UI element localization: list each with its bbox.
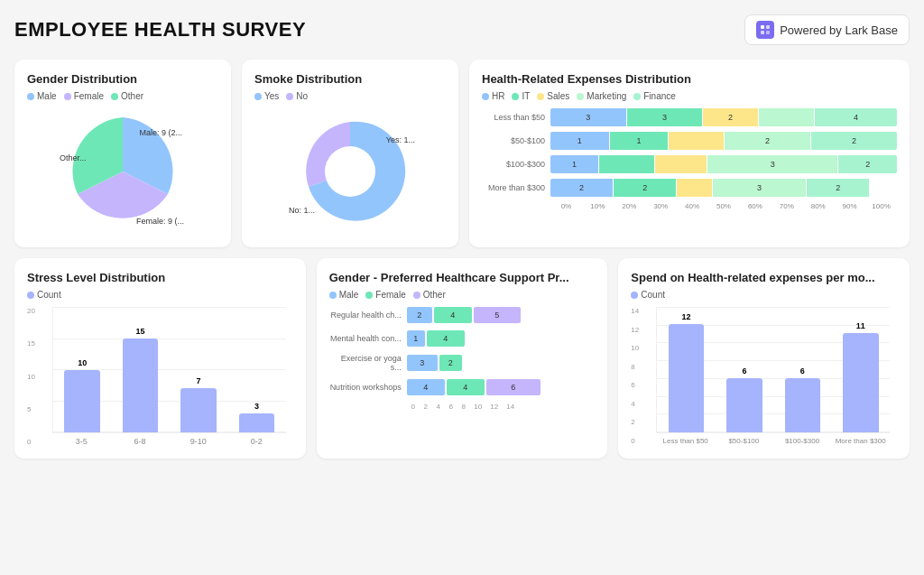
hbar-row-2: $50-$100 1 1 2 2 xyxy=(482,132,897,150)
hbar-seg-fin-2: 2 xyxy=(811,132,897,150)
stress-bar-910: 7 xyxy=(180,388,216,432)
stress-legend-dot xyxy=(27,292,34,299)
spend-bar-lt50: 12 xyxy=(669,324,704,432)
spend-legend-dot xyxy=(631,292,638,299)
spend-y-8: 8 xyxy=(631,363,639,371)
gh-legend-other: Other xyxy=(413,290,446,300)
svg-point-4 xyxy=(325,146,375,197)
spend-xlabel-100300: $100-$300 xyxy=(777,437,828,445)
hbar-stack-2: 1 1 2 2 xyxy=(550,132,897,150)
spend-bar-area: 12 6 6 xyxy=(656,307,890,433)
gender-chart-card: Gender Distribution Male Female Other xyxy=(14,60,231,247)
hbar-axis-70: 70% xyxy=(771,202,802,210)
legend-label-no: No xyxy=(296,91,308,101)
spend-y-10: 10 xyxy=(631,344,639,352)
hbar-row-3: $100-$300 1 3 2 xyxy=(482,155,897,173)
spend-chart-title: Spend on Health-related expenses per mo.… xyxy=(631,271,897,284)
hbar-axis-30: 30% xyxy=(645,202,677,210)
stress-bar-35: 10 xyxy=(64,370,99,433)
hbar-seg-hr-3: 1 xyxy=(550,155,598,173)
stress-xlabel-02: 0-2 xyxy=(231,437,282,446)
stress-bar-col-2: 15 xyxy=(115,307,165,432)
hbar-axis-20: 20% xyxy=(614,202,645,210)
hbar-seg-it-3 xyxy=(599,155,654,173)
stress-val-910: 7 xyxy=(197,376,201,385)
gh-row-label-2: Mental health con... xyxy=(329,334,402,343)
svg-rect-3 xyxy=(766,31,770,34)
hbar-axis-90: 90% xyxy=(834,202,865,210)
legend-female: Female xyxy=(64,91,104,101)
legend-other: Other xyxy=(111,91,143,101)
hbar-axis-60: 60% xyxy=(739,202,771,210)
gh-row-label-3: Exercise or yoga s... xyxy=(329,354,402,372)
legend-label-it: IT xyxy=(522,91,530,101)
stress-bar-col-1: 10 xyxy=(57,307,107,432)
gh-seg-other-1: 5 xyxy=(474,307,521,323)
spend-x-axis: Less than $50 $50-$100 $100-$300 More th… xyxy=(656,435,890,445)
gh-x-4: 4 xyxy=(432,403,445,411)
gender-legend: Male Female Other xyxy=(27,91,218,101)
legend-label-other: Other xyxy=(121,91,143,101)
legend-dot-no xyxy=(286,93,293,100)
legend-label-hr: HR xyxy=(492,91,504,101)
legend-it: IT xyxy=(512,91,530,101)
spend-xlabel-gt300: More than $300 xyxy=(835,437,886,445)
gh-segs-2: 1 4 xyxy=(407,330,465,347)
stress-bar-68: 15 xyxy=(123,339,158,432)
gender-pie-svg xyxy=(60,108,186,235)
spend-y-2: 2 xyxy=(631,418,639,426)
hbar-seg-it-1: 3 xyxy=(627,108,703,126)
legend-hr: HR xyxy=(482,91,504,101)
hbar-seg-sales-4 xyxy=(677,179,711,197)
gh-segs-3: 3 2 xyxy=(407,355,462,371)
stress-bar-area: 10 15 7 xyxy=(52,307,286,433)
gender-pie-container: Male: 9 (2... Female: 9 (... Other... xyxy=(27,108,218,235)
gh-seg-female-4: 4 xyxy=(447,379,485,395)
powered-by-badge: Powered by Lark Base xyxy=(744,14,910,45)
spend-xlabel-50100: $50-$100 xyxy=(718,437,770,445)
y-label-5: 5 xyxy=(27,405,35,413)
legend-label-female: Female xyxy=(74,91,104,101)
stress-bar-col-4: 3 xyxy=(231,307,282,432)
health-expenses-title: Health-Related Expenses Distribution xyxy=(482,72,897,86)
spend-vbar-wrapper: 14 12 10 8 6 4 2 0 xyxy=(631,307,897,445)
stress-xlabel-68: 6-8 xyxy=(115,437,166,446)
y-label-15: 15 xyxy=(27,339,35,348)
legend-dot-other xyxy=(111,93,118,100)
legend-label-sales: Sales xyxy=(547,91,569,101)
spend-legend-count: Count xyxy=(631,290,665,300)
top-charts-row: Gender Distribution Male Female Other xyxy=(14,60,910,247)
legend-dot-sales xyxy=(537,93,544,100)
legend-male: Male xyxy=(27,91,57,101)
legend-yes: Yes xyxy=(254,91,279,101)
powered-by-text: Powered by Lark Base xyxy=(780,23,898,37)
gh-segs-1: 2 4 5 xyxy=(407,307,521,323)
y-label-20: 20 xyxy=(27,307,35,315)
legend-label-marketing: Marketing xyxy=(587,91,626,101)
gh-x-0: 0 xyxy=(407,403,420,411)
hbar-axis-100: 100% xyxy=(865,202,897,210)
svg-rect-0 xyxy=(761,25,764,29)
hbar-axis-0: 0% xyxy=(550,202,582,210)
legend-label-finance: Finance xyxy=(643,91,676,101)
smoke-donut-svg xyxy=(287,108,413,235)
gh-x-12: 12 xyxy=(486,403,503,411)
gh-segs-4: 4 4 6 xyxy=(407,379,541,395)
hbar-seg-sales-2 xyxy=(669,132,724,150)
hbar-label-1: Less than $50 xyxy=(482,113,545,122)
spend-y-6: 6 xyxy=(631,381,639,389)
stress-bar-col-3: 7 xyxy=(173,307,224,432)
stress-chart-title: Stress Level Distribution xyxy=(27,271,293,284)
hbar-seg-mkt-2: 2 xyxy=(725,132,810,150)
legend-finance: Finance xyxy=(633,91,676,101)
stress-vbar-wrapper: 20 15 10 5 0 xyxy=(27,307,293,446)
spend-bar-col-3: 6 xyxy=(777,307,827,432)
gh-dot-female xyxy=(365,292,373,299)
legend-dot-yes xyxy=(254,93,262,100)
health-expenses-hbar: Less than $50 3 3 2 4 $50-$100 1 1 2 2 xyxy=(482,108,897,210)
legend-dot-female xyxy=(64,93,71,100)
spend-legend: Count xyxy=(631,290,897,300)
gh-row-1: Regular health ch... 2 4 5 xyxy=(329,307,596,323)
gh-seg-male-3: 3 xyxy=(407,355,438,371)
spend-bar-col-4: 11 xyxy=(836,307,886,432)
